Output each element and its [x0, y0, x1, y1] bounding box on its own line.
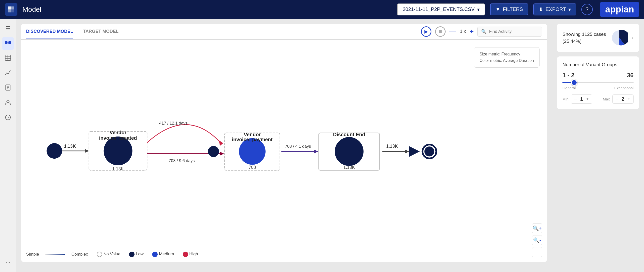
page-title: Model: [22, 6, 41, 14]
zoom-out-icon: 🔍-: [533, 237, 541, 243]
sidebar-item-process[interactable]: [2, 37, 14, 50]
legend-high-label: High: [189, 252, 198, 256]
zoom-controls: 🔍+ 🔍- ⛶: [532, 223, 542, 257]
legend-no-value-dot-container: No Value: [97, 252, 120, 257]
fullscreen-button[interactable]: ⛶: [532, 247, 542, 257]
slider-label-general: General: [562, 86, 576, 90]
max-increment-button[interactable]: +: [627, 96, 630, 102]
help-button[interactable]: ?: [581, 4, 593, 15]
zoom-plus-button[interactable]: +: [470, 28, 474, 36]
play-button[interactable]: ▶: [421, 26, 432, 37]
edge-top: [147, 124, 220, 142]
variant-groups-title: Number of Variant Groups: [562, 62, 634, 68]
node-circle-discount: [335, 137, 364, 166]
user-icon: [5, 99, 11, 107]
sidebar-item-chart[interactable]: [2, 67, 14, 80]
max-value: 2: [620, 96, 625, 102]
tab-bar: DISCOVERED MODEL TARGET MODEL ▶ ⏹ — 1 x …: [21, 24, 547, 40]
color-metric: Color metric: Average Duration: [480, 58, 534, 63]
legend-low-label: Low: [136, 252, 144, 256]
variant-slider-thumb[interactable]: [571, 79, 577, 86]
canvas-area: Size metric: Frequency Color metric: Ave…: [21, 40, 547, 262]
legend-high-dot: [183, 252, 188, 257]
process-icon: [4, 39, 12, 48]
find-activity-search[interactable]: 🔍: [478, 26, 542, 36]
sidebar-item-more[interactable]: ···: [2, 256, 14, 268]
search-icon: 🔍: [481, 29, 486, 34]
stop-icon: ⏹: [438, 29, 442, 34]
sidebar-item-user[interactable]: [2, 97, 14, 110]
chevron-down-icon: ▾: [477, 6, 480, 12]
zoom-out-button[interactable]: 🔍-: [532, 235, 542, 245]
search-input[interactable]: [489, 29, 538, 34]
chevron-down-icon: ▾: [568, 6, 571, 12]
end-event-inner: [424, 146, 435, 157]
stop-button[interactable]: ⏹: [435, 26, 446, 37]
variant-slider-track[interactable]: [562, 82, 634, 83]
fullscreen-icon: ⛶: [534, 249, 540, 255]
zoom-level: 1 x: [460, 29, 466, 34]
min-increment-button[interactable]: +: [586, 96, 589, 102]
right-panel: Showing 1125 cases (25.44%) › Number of …: [552, 19, 644, 272]
variant-range-label: 1 - 2: [562, 72, 574, 79]
legend-medium-label: Medium: [159, 252, 174, 256]
start-event: [46, 143, 62, 159]
slider-labels: General Exceptional: [562, 86, 634, 90]
gateway-end: [409, 146, 420, 157]
sidebar-item-report[interactable]: [2, 82, 14, 94]
export-icon: ⬇: [539, 6, 543, 12]
legend-medium-container: Medium: [152, 252, 174, 257]
legend: Simple Complex No Value Low Medium: [26, 252, 198, 257]
tab-discovered-model[interactable]: DISCOVERED MODEL: [26, 24, 73, 39]
svg-marker-18: [220, 152, 224, 156]
edge-to-end-label: 1.13K: [386, 144, 398, 149]
zoom-in-icon: 🔍+: [532, 225, 542, 231]
file-selector[interactable]: 2021-11-11_P2P_EVENTS.CSV ▾: [397, 4, 485, 16]
svg-rect-3: [5, 55, 11, 60]
legend-gradient: [45, 254, 65, 255]
showing-cases-card: Showing 1125 cases (25.44%) ›: [557, 24, 639, 52]
max-decrement-button[interactable]: −: [616, 96, 619, 102]
min-decrement-button[interactable]: −: [574, 96, 577, 102]
svg-marker-20: [405, 150, 409, 154]
sidebar-item-time[interactable]: [2, 112, 14, 124]
sidebar-item-menu[interactable]: ☰: [2, 22, 14, 35]
play-icon: ▶: [424, 29, 428, 34]
chart-icon: [5, 69, 11, 77]
more-icon: ···: [6, 259, 10, 265]
appian-logo: appian: [600, 2, 639, 17]
table-icon: [5, 54, 11, 62]
legend-simple-label: Simple: [26, 252, 39, 257]
min-group: Min − 1 +: [562, 94, 592, 104]
zoom-in-button[interactable]: 🔍+: [532, 223, 542, 233]
clock-icon: [5, 114, 11, 122]
app-logo: [5, 3, 18, 16]
node-label-payment-1: Vendor: [244, 132, 261, 137]
min-stepper: − 1 +: [571, 94, 592, 104]
svg-marker-16: [85, 149, 89, 153]
export-button[interactable]: ⬇ EXPORT ▾: [533, 4, 576, 16]
node-label-created-1: Vendor: [110, 130, 126, 135]
node-label-payment-2: invoice: payment: [232, 137, 273, 142]
svg-line-14: [8, 117, 9, 118]
cases-arrow[interactable]: ›: [632, 34, 634, 41]
legend-no-value-label: No Value: [104, 252, 120, 256]
main-content: DISCOVERED MODEL TARGET MODEL ▶ ⏹ — 1 x …: [16, 19, 552, 272]
metric-info-box: Size metric: Frequency Color metric: Ave…: [474, 47, 540, 68]
node-count-payment: 708: [249, 165, 256, 170]
file-label: 2021-11-11_P2P_EVENTS.CSV: [402, 6, 474, 12]
filters-button[interactable]: ▼ FILTERS: [490, 4, 529, 15]
legend-no-value-dot: [97, 252, 102, 257]
edge-bottom-label: 708 / 9.6 days: [168, 158, 195, 163]
zoom-minus-button[interactable]: —: [449, 28, 456, 36]
legend-complex-label: Complex: [71, 252, 88, 257]
node-label-created-2: invoice: created: [99, 135, 137, 141]
minmax-controls: Min − 1 + Max − 2 +: [562, 94, 634, 104]
tab-target-model[interactable]: TARGET MODEL: [83, 24, 118, 39]
process-flow-svg: 1.13K Vendor invoice: created 1.13K 417 …: [21, 40, 547, 262]
node-count-discount: 1.13K: [344, 165, 355, 170]
sidebar-item-table[interactable]: [2, 52, 14, 65]
variant-range-count: 36: [627, 72, 634, 79]
sidebar: ☰: [0, 19, 16, 272]
cases-pie-chart: [611, 29, 628, 46]
